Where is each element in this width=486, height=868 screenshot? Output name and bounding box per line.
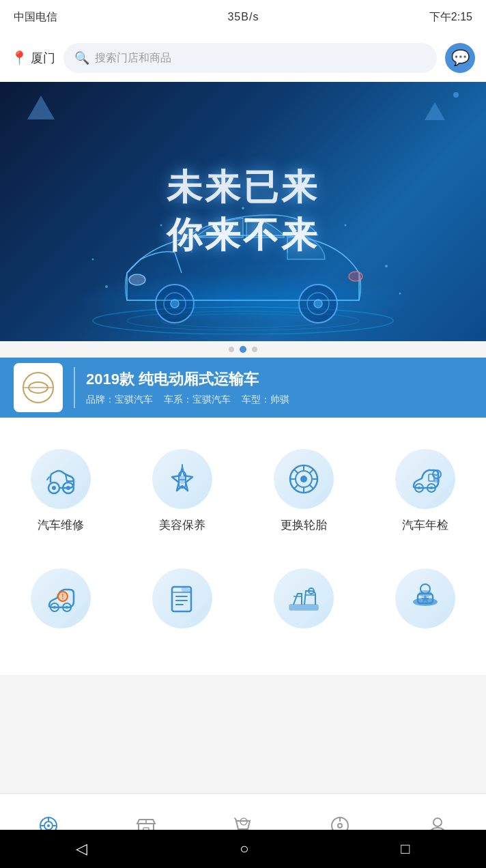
product-divider bbox=[74, 367, 75, 408]
svg-point-20 bbox=[345, 225, 347, 227]
repair-icon-bg bbox=[31, 449, 91, 509]
service-item-authority[interactable] bbox=[364, 558, 486, 648]
svg-point-27 bbox=[66, 486, 70, 490]
svg-point-87 bbox=[433, 818, 442, 826]
status-bar: 中国电信 35B/s 下午2:15 bbox=[0, 0, 486, 34]
accident-icon-bg: ! bbox=[31, 568, 91, 628]
service-item-repair[interactable]: 汽车维修 bbox=[0, 438, 121, 544]
tire-label: 更换轮胎 bbox=[281, 517, 327, 533]
location-text: 厦门 bbox=[31, 50, 55, 66]
svg-line-41 bbox=[309, 469, 313, 474]
svg-point-44 bbox=[418, 487, 420, 489]
service-item-construction[interactable] bbox=[243, 558, 364, 648]
back-button[interactable]: ◁ bbox=[76, 840, 87, 858]
system-nav-bar: ◁ ○ □ bbox=[0, 830, 486, 868]
svg-point-46 bbox=[430, 487, 433, 489]
banner-dot-1[interactable] bbox=[229, 347, 234, 352]
brand-meta: 品牌：宝骐汽车 bbox=[86, 394, 153, 406]
banner-text-line1: 未来已来 bbox=[167, 164, 319, 212]
service-item-inspection[interactable]: 汽车年检 bbox=[364, 438, 486, 544]
banner-glow bbox=[72, 273, 414, 328]
home-button[interactable]: ○ bbox=[240, 840, 248, 858]
svg-point-34 bbox=[300, 476, 307, 482]
svg-point-16 bbox=[92, 259, 94, 261]
svg-point-25 bbox=[52, 486, 56, 490]
authority-icon-bg bbox=[395, 568, 455, 628]
decoration-dot bbox=[453, 92, 459, 98]
repair-label: 汽车维修 bbox=[38, 517, 84, 533]
svg-point-71 bbox=[47, 824, 50, 827]
svg-rect-60 bbox=[289, 605, 318, 610]
service-section: 汽车维修 美容保养 bbox=[0, 418, 486, 675]
status-center-info: 35B/s bbox=[227, 11, 259, 23]
series-meta: 车系：宝骐汽车 bbox=[164, 394, 231, 406]
location-icon: 📍 bbox=[11, 50, 28, 66]
svg-point-84 bbox=[338, 824, 342, 828]
svg-point-15 bbox=[385, 265, 388, 267]
product-meta: 品牌：宝骐汽车 车系：宝骐汽车 车型：帅骐 bbox=[86, 394, 472, 406]
search-placeholder: 搜索门店和商品 bbox=[95, 51, 171, 66]
banner: 未来已来 你来不来 bbox=[0, 82, 486, 341]
decoration-triangle-left bbox=[27, 96, 55, 119]
header: 📍 厦门 🔍 搜索门店和商品 💬 bbox=[0, 34, 486, 82]
time-text: 下午2:15 bbox=[429, 10, 472, 25]
svg-text:!: ! bbox=[61, 593, 63, 601]
beauty-icon-bg bbox=[152, 449, 212, 509]
recent-button[interactable]: □ bbox=[401, 840, 410, 858]
service-grid-row2: ! bbox=[0, 551, 486, 661]
beauty-label: 美容保养 bbox=[159, 517, 205, 533]
inspection-icon-bg bbox=[395, 449, 455, 509]
location-button[interactable]: 📍 厦门 bbox=[11, 50, 55, 66]
inspection-label: 汽车年检 bbox=[402, 517, 448, 533]
product-info: 2019款 纯电动厢式运输车 品牌：宝骐汽车 车系：宝骐汽车 车型：帅骐 bbox=[86, 369, 472, 406]
decoration-triangle-right bbox=[425, 102, 445, 120]
tire-icon-bg bbox=[274, 449, 334, 509]
service-item-document[interactable] bbox=[121, 558, 243, 648]
svg-line-42 bbox=[294, 484, 298, 489]
banner-dot-3[interactable] bbox=[252, 347, 257, 352]
banner-text-line2: 你来不来 bbox=[167, 212, 319, 259]
svg-line-39 bbox=[294, 469, 298, 474]
type-meta: 车型：帅骐 bbox=[242, 394, 289, 406]
search-bar[interactable]: 🔍 搜索门店和商品 bbox=[63, 43, 437, 73]
message-icon: 💬 bbox=[451, 49, 470, 67]
svg-line-40 bbox=[309, 484, 313, 489]
carrier-text: 中国电信 bbox=[14, 10, 57, 25]
svg-point-51 bbox=[53, 606, 56, 609]
svg-line-81 bbox=[235, 818, 237, 821]
service-item-accident[interactable]: ! bbox=[0, 558, 121, 648]
svg-point-19 bbox=[160, 225, 162, 227]
document-icon-bg bbox=[152, 568, 212, 628]
service-grid-row1: 汽车维修 美容保养 bbox=[0, 431, 486, 551]
brand-logo bbox=[14, 363, 63, 412]
banner-dot-2[interactable] bbox=[240, 346, 246, 353]
service-item-tire[interactable]: 更换轮胎 bbox=[243, 438, 364, 544]
search-icon: 🔍 bbox=[74, 50, 89, 66]
construction-icon-bg bbox=[274, 568, 334, 628]
product-title: 2019款 纯电动厢式运输车 bbox=[86, 369, 472, 390]
svg-point-53 bbox=[66, 606, 68, 609]
product-card[interactable]: 2019款 纯电动厢式运输车 品牌：宝骐汽车 车系：宝骐汽车 车型：帅骐 bbox=[0, 358, 486, 418]
message-button[interactable]: 💬 bbox=[445, 43, 475, 73]
banner-dots bbox=[0, 341, 486, 358]
service-item-beauty[interactable]: 美容保养 bbox=[121, 438, 243, 544]
